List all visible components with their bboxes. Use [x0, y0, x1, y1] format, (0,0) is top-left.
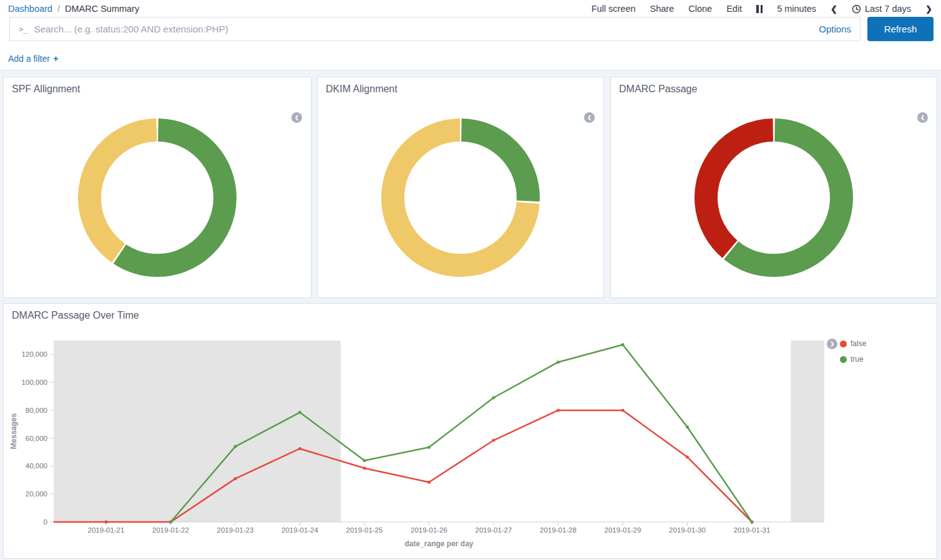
dmarc-donut-chart[interactable] — [611, 102, 937, 292]
x-tick-label: 2019-01-27 — [475, 526, 512, 534]
full-screen-button[interactable]: Full screen — [592, 4, 636, 14]
panel-dkim-alignment: DKIM Alignment ❮ — [317, 77, 604, 298]
x-tick-label: 2019-01-31 — [734, 526, 771, 534]
breadcrumb-separator: / — [57, 4, 60, 14]
series-point-true[interactable] — [427, 446, 431, 449]
x-tick-label: 2019-01-25 — [346, 526, 383, 534]
time-range-label: Last 7 days — [865, 4, 911, 14]
x-tick-label: 2019-01-23 — [217, 526, 254, 534]
series-point-true[interactable] — [169, 521, 172, 524]
expand-legend-icon[interactable]: ❯ — [827, 339, 837, 349]
add-filter-link[interactable]: Add a filter — [8, 54, 50, 64]
series-point-true[interactable] — [622, 343, 625, 346]
legend-dot-false — [840, 340, 847, 347]
series-point-false[interactable] — [363, 466, 366, 470]
time-filter-dim-band — [791, 340, 824, 522]
y-tick-label: 20,000 — [26, 490, 47, 498]
pause-icon[interactable] — [756, 5, 763, 13]
y-tick-label: 120,000 — [21, 350, 47, 358]
legend-dot-true — [840, 356, 847, 363]
x-tick-label: 2019-01-26 — [411, 526, 447, 534]
series-point-true[interactable] — [751, 521, 754, 524]
console-prompt-icon: >_ — [19, 24, 27, 34]
time-filter-dim-band — [54, 340, 341, 522]
breadcrumb-dashboard-link[interactable]: Dashboard — [8, 4, 52, 14]
filter-bar: Add a filter + — [8, 53, 59, 64]
x-tick-label: 2019-01-22 — [152, 526, 189, 534]
dkim-donut-chart[interactable] — [318, 102, 603, 292]
y-tick-label: 100,000 — [21, 379, 47, 386]
dashboard-grid: SPF Allignment ❮ DKIM Alignment ❮ DMARC … — [0, 70, 941, 560]
edit-button[interactable]: Edit — [726, 4, 742, 14]
y-axis-title: Messages — [9, 413, 18, 449]
x-tick-label: 2019-01-30 — [669, 526, 706, 534]
y-tick-label: 0 — [44, 518, 47, 526]
series-point-true[interactable] — [363, 459, 366, 462]
x-tick-label: 2019-01-29 — [605, 526, 641, 534]
series-point-true[interactable] — [686, 425, 689, 428]
x-tick-label: 2019-01-21 — [88, 526, 125, 534]
chart-legend: false true — [840, 339, 866, 364]
panel-spf-alignment: SPF Allignment ❮ — [3, 77, 311, 298]
panel-title: DMARC Passage — [611, 77, 937, 101]
y-tick-label: 60,000 — [26, 435, 47, 442]
x-axis-title: date_range per day — [404, 539, 473, 548]
plus-icon: + — [53, 53, 59, 64]
series-point-false[interactable] — [298, 447, 301, 450]
refresh-button[interactable]: Refresh — [867, 17, 934, 41]
refresh-interval-button[interactable]: 5 minutes — [777, 4, 816, 14]
y-tick-label: 80,000 — [26, 407, 47, 414]
series-point-true[interactable] — [492, 396, 495, 399]
y-tick-label: 40,000 — [26, 462, 47, 470]
series-point-false[interactable] — [492, 439, 495, 442]
dashboard-menu: Full screen Share Clone Edit 5 minutes ❮… — [592, 4, 932, 14]
top-bar: Dashboard / DMARC Summary Full screen Sh… — [0, 0, 941, 16]
panel-title: DMARC Passage Over Time — [4, 304, 147, 327]
search-input[interactable] — [34, 24, 812, 34]
time-range-button[interactable]: Last 7 days — [852, 4, 911, 14]
panel-dmarc-passage: DMARC Passage ❮ — [610, 77, 937, 298]
x-tick-label: 2019-01-24 — [281, 526, 318, 534]
panel-dmarc-over-time: 020,00040,00060,00080,000100,000120,0002… — [3, 303, 937, 559]
series-point-false[interactable] — [105, 521, 108, 524]
series-point-false[interactable] — [427, 481, 431, 484]
series-point-true[interactable] — [298, 411, 301, 414]
dmarc-over-time-line-chart[interactable]: 020,00040,00060,00080,000100,000120,0002… — [4, 304, 937, 558]
series-point-true[interactable] — [557, 360, 560, 364]
breadcrumb-current: DMARC Summary — [65, 4, 139, 14]
series-point-false[interactable] — [686, 455, 689, 458]
legend-item-true[interactable]: true — [840, 355, 866, 364]
share-button[interactable]: Share — [650, 4, 675, 14]
series-point-false[interactable] — [622, 408, 625, 412]
panel-title: DKIM Alignment — [318, 77, 603, 101]
clock-icon — [852, 4, 861, 14]
series-point-false[interactable] — [557, 408, 560, 412]
legend-item-false[interactable]: false — [840, 339, 866, 348]
panel-title: SPF Allignment — [4, 77, 311, 101]
legend-label: true — [851, 355, 864, 364]
series-point-true[interactable] — [234, 445, 237, 448]
series-point-false[interactable] — [234, 477, 237, 480]
legend-label: false — [851, 339, 866, 348]
time-prev-icon[interactable]: ❮ — [831, 4, 837, 14]
search-bar[interactable]: >_ Options — [9, 17, 861, 41]
options-link[interactable]: Options — [819, 24, 851, 34]
query-bar: >_ Options Refresh — [9, 17, 934, 41]
time-next-icon[interactable]: ❯ — [925, 4, 932, 14]
clone-button[interactable]: Clone — [688, 4, 712, 14]
x-tick-label: 2019-01-28 — [540, 526, 577, 534]
breadcrumb: Dashboard / DMARC Summary — [8, 4, 139, 14]
spf-donut-chart[interactable] — [4, 102, 311, 292]
